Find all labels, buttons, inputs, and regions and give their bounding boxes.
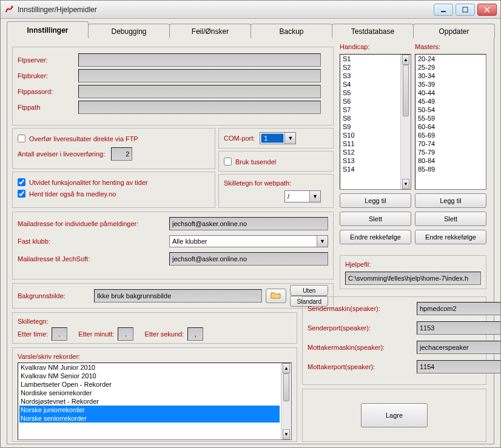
lagre-button[interactable]: Lagre bbox=[361, 403, 428, 427]
sep-min-input[interactable] bbox=[118, 327, 133, 341]
overfor-live-checkbox[interactable] bbox=[18, 135, 25, 142]
bakgrunn-input[interactable] bbox=[94, 289, 262, 303]
sendermaskin-input[interactable] bbox=[417, 302, 500, 315]
handicap-header: Handicap: bbox=[340, 43, 370, 50]
hjelpefil-input[interactable] bbox=[345, 272, 481, 285]
ftpbruker-label: Ftpbruker: bbox=[18, 72, 78, 79]
folder-open-icon bbox=[271, 291, 281, 301]
list-item[interactable]: S10 bbox=[341, 131, 399, 139]
legg-til-masters-button[interactable]: Legg til bbox=[415, 193, 486, 208]
mail-jech-input[interactable] bbox=[169, 252, 328, 266]
list-item[interactable]: 40-44 bbox=[417, 89, 485, 97]
mottakermaskin-input[interactable] bbox=[417, 341, 500, 354]
scrollbar[interactable]: ▲ ▼ bbox=[281, 363, 291, 440]
comport-combo[interactable]: 1 ▼ bbox=[260, 132, 296, 144]
legg-til-handicap-button[interactable]: Legg til bbox=[340, 193, 411, 208]
tab-innstillinger[interactable]: Innstillinger bbox=[7, 21, 89, 38]
hent-tider-checkbox[interactable] bbox=[18, 190, 25, 198]
utvidet-checkbox[interactable] bbox=[18, 178, 25, 186]
slett-masters-button[interactable]: Slett bbox=[415, 212, 486, 226]
masters-list[interactable]: 20-2425-2930-3435-3940-4445-4950-5455-59… bbox=[415, 54, 486, 190]
tab-oppdater[interactable]: Oppdater bbox=[413, 24, 495, 38]
chevron-down-icon: ▼ bbox=[284, 133, 295, 144]
antall-ovelser-label: Antall øvelser i liveoverføring: bbox=[18, 150, 105, 158]
mail-ind-label: Mailadresse for individuelle påmeldinger… bbox=[18, 220, 169, 227]
scroll-down-icon[interactable]: ▼ bbox=[402, 179, 409, 189]
sep-sek-input[interactable] bbox=[187, 327, 203, 341]
scroll-up-icon[interactable]: ▲ bbox=[402, 55, 409, 65]
list-item[interactable]: S2 bbox=[341, 63, 399, 72]
scrollbar[interactable]: ▲ ▼ bbox=[400, 55, 411, 189]
list-item[interactable]: S5 bbox=[341, 89, 399, 97]
chevron-down-icon: ▼ bbox=[317, 236, 328, 247]
list-item[interactable]: 25-29 bbox=[417, 63, 485, 72]
ftpbruker-input[interactable] bbox=[78, 69, 321, 82]
ftppassord-input[interactable] bbox=[78, 85, 321, 98]
list-item[interactable]: S4 bbox=[341, 80, 399, 89]
list-item[interactable]: S8 bbox=[341, 114, 399, 122]
list-item[interactable]: 80-84 bbox=[417, 156, 485, 165]
list-item[interactable]: Kvalkrav NM Senior 2010 bbox=[19, 372, 280, 380]
list-item[interactable]: S12 bbox=[341, 148, 399, 156]
handicap-list[interactable]: S1S2S3S4S5S6S7S8S9S10S11S12S13S14 ▲ ▼ bbox=[340, 54, 411, 190]
tab-feil-onsker[interactable]: Feil/Ønsker bbox=[169, 24, 251, 38]
ftpserver-input[interactable] bbox=[78, 53, 321, 67]
skilletegn-webpath-combo[interactable]: / ▼ bbox=[284, 190, 321, 202]
list-item[interactable]: S1 bbox=[341, 55, 399, 63]
list-item[interactable]: Nordiske seniorrekorder bbox=[19, 389, 280, 397]
scroll-up-icon[interactable]: ▲ bbox=[283, 363, 290, 373]
slett-handicap-button[interactable]: Slett bbox=[340, 212, 411, 226]
sep-time-input[interactable] bbox=[52, 327, 67, 341]
ftppassord-label: Ftppassord: bbox=[18, 88, 78, 95]
list-item[interactable]: S7 bbox=[341, 105, 399, 114]
antall-ovelser-input[interactable] bbox=[111, 147, 132, 161]
list-item[interactable]: Nordsjøstevnet - Rekorder bbox=[19, 397, 280, 406]
list-item[interactable]: S3 bbox=[341, 72, 399, 80]
mail-ind-input[interactable] bbox=[169, 217, 328, 230]
fast-klubb-combo[interactable]: Alle klubber ▼ bbox=[169, 235, 328, 247]
minimize-button[interactable] bbox=[434, 4, 453, 16]
list-item[interactable]: S11 bbox=[341, 139, 399, 148]
ftppath-input[interactable] bbox=[78, 101, 321, 114]
rekorder-list[interactable]: Kvalkrav NM Junior 2010 Kvalkrav NM Seni… bbox=[18, 363, 292, 440]
list-item[interactable]: 35-39 bbox=[417, 80, 485, 89]
hjelpefil-label: Hjelpefil: bbox=[345, 261, 481, 268]
mottakerport-input[interactable] bbox=[417, 360, 500, 373]
list-item[interactable]: 65-69 bbox=[417, 131, 485, 139]
list-item[interactable]: Norske juniorrekorder bbox=[19, 406, 280, 414]
endre-rekke-handicap-button[interactable]: Endre rekkefølge bbox=[340, 230, 411, 244]
list-item[interactable]: S6 bbox=[341, 97, 399, 105]
scroll-down-icon[interactable]: ▼ bbox=[283, 429, 290, 440]
maximize-button[interactable] bbox=[456, 4, 475, 16]
app-window: Innstillinger/Hjelpemidler Innstillinger… bbox=[0, 0, 501, 448]
list-item[interactable]: 20-24 bbox=[417, 55, 485, 63]
ftppath-label: Ftppath bbox=[18, 104, 78, 111]
ftpserver-label: Ftpserver: bbox=[18, 56, 78, 64]
list-item[interactable]: 75-79 bbox=[417, 148, 485, 156]
list-item[interactable]: S14 bbox=[341, 165, 399, 173]
varsle-label: Varsle/skriv rekorder: bbox=[18, 353, 292, 360]
close-button[interactable] bbox=[477, 4, 497, 16]
endre-rekke-masters-button[interactable]: Endre rekkefølge bbox=[415, 230, 486, 244]
list-item[interactable]: 60-64 bbox=[417, 122, 485, 131]
list-item[interactable]: 85-89 bbox=[417, 165, 485, 173]
bruk-tusendel-checkbox[interactable] bbox=[224, 158, 232, 165]
list-item[interactable]: 70-74 bbox=[417, 139, 485, 148]
overfor-live-label: Overfør liveresultater direkte via FTP bbox=[29, 135, 138, 142]
senderport-input[interactable] bbox=[417, 321, 500, 335]
list-item[interactable]: 50-54 bbox=[417, 105, 485, 114]
browse-button[interactable] bbox=[266, 289, 286, 303]
tab-testdatabase[interactable]: Testdatabase bbox=[332, 24, 414, 38]
list-item[interactable]: S9 bbox=[341, 122, 399, 131]
list-item[interactable]: Kvalkrav NM Junior 2010 bbox=[19, 363, 280, 372]
hent-tider-label: Hent tider også fra medley.no bbox=[29, 190, 116, 198]
list-item[interactable]: Norske seniorrekorder bbox=[19, 414, 280, 423]
list-item[interactable]: S13 bbox=[341, 156, 399, 165]
uten-button[interactable]: Uten bbox=[290, 285, 328, 296]
list-item[interactable]: 55-59 bbox=[417, 114, 485, 122]
list-item[interactable]: Lambertseter Open - Rekorder bbox=[19, 380, 280, 389]
tab-backup[interactable]: Backup bbox=[250, 24, 332, 38]
list-item[interactable]: 30-34 bbox=[417, 72, 485, 80]
tab-debugging[interactable]: Debugging bbox=[88, 24, 170, 38]
list-item[interactable]: 45-49 bbox=[417, 97, 485, 105]
